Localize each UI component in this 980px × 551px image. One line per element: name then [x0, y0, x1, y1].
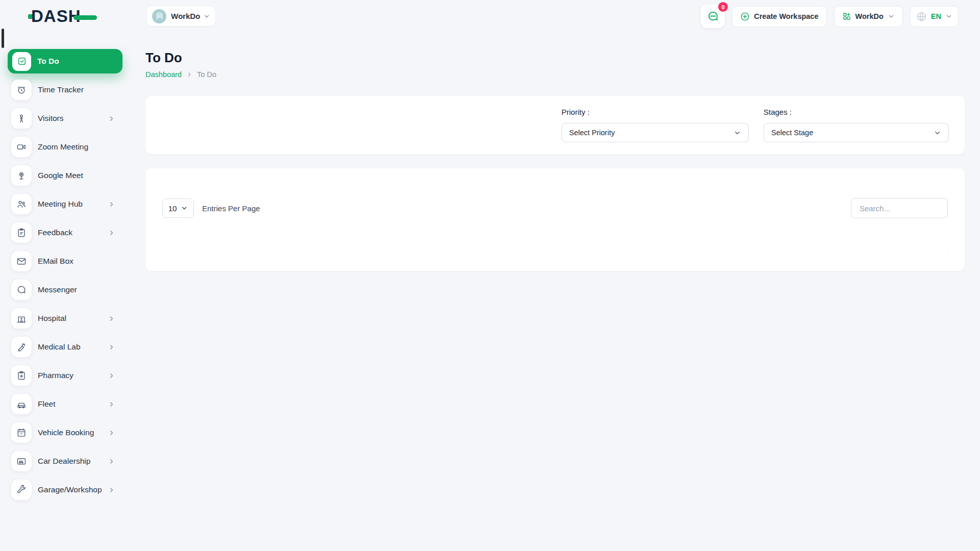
sidebar-icon-box — [11, 422, 32, 443]
sidebar-item-label: Zoom Meeting — [38, 142, 88, 152]
notification-badge: 0 — [718, 2, 728, 12]
garage-workshop-icon — [16, 485, 27, 495]
chevron-down-icon — [945, 13, 952, 20]
sidebar-item-email-box[interactable]: EMail Box — [8, 249, 122, 273]
create-workspace-button[interactable]: Create Workspace — [732, 6, 826, 27]
meeting-hub-icon — [16, 199, 27, 209]
pagination-row — [162, 255, 948, 256]
messenger-icon — [16, 285, 27, 295]
priority-label: Priority : — [561, 108, 749, 116]
stage-select[interactable]: Select Stage — [764, 123, 949, 142]
sidebar-icon-box — [11, 308, 32, 329]
sidebar-item-to-do[interactable]: To Do — [8, 49, 122, 73]
notifications-button[interactable]: 0 — [701, 5, 725, 28]
priority-select-value: Select Priority — [569, 129, 615, 137]
chevron-right-icon — [108, 458, 115, 465]
plus-circle-icon — [740, 12, 750, 21]
sidebar-scrollbar[interactable] — [2, 29, 4, 48]
email-box-icon — [16, 256, 27, 266]
sidebar-item-label: Garage/Workshop — [38, 485, 102, 494]
sidebar-item-label: Vehicle Booking — [38, 428, 94, 437]
chevron-down-icon — [934, 129, 941, 137]
hospital-icon — [16, 313, 27, 323]
sidebar-icon-box — [11, 194, 32, 214]
sidebar-icon-box — [11, 337, 32, 357]
chevron-down-icon — [181, 205, 188, 212]
sidebar-item-label: Fleet — [38, 399, 55, 409]
pharmacy-icon — [16, 370, 27, 381]
chevron-down-icon — [203, 13, 210, 20]
sidebar-icon-box — [11, 80, 32, 100]
entries-per-page-label: Entries Per Page — [202, 204, 260, 213]
sidebar-icon-box — [11, 108, 32, 129]
page-header: To Do Dashboard To Do — [145, 50, 965, 79]
sidebar-item-car-dealership[interactable]: Car Dealership — [8, 449, 122, 473]
sidebar-item-time-tracker[interactable]: Time Tracker — [8, 78, 122, 102]
stages-label: Stages : — [764, 108, 949, 116]
chevron-right-icon — [108, 115, 115, 122]
breadcrumb: Dashboard To Do — [145, 70, 216, 79]
medical-lab-icon — [16, 342, 27, 352]
breadcrumb-current: To Do — [197, 70, 216, 79]
sidebar-icon-box — [11, 280, 32, 300]
sidebar-item-label: Medical Lab — [38, 342, 81, 352]
sidebar-item-garage-workshop[interactable]: Garage/Workshop — [8, 478, 122, 502]
entries-per-page-value: 10 — [168, 204, 177, 213]
page-title: To Do — [145, 50, 216, 66]
sidebar-icon-box — [12, 52, 31, 71]
topbar-actions: 0 Create Workspace WorkDo EN — [701, 5, 959, 28]
sidebar-item-fleet[interactable]: Fleet — [8, 392, 122, 416]
sidebar: To DoTime TrackerVisitorsZoom MeetingGoo… — [0, 33, 125, 551]
create-workspace-label: Create Workspace — [754, 12, 818, 20]
sidebar-item-label: Pharmacy — [38, 371, 74, 380]
sidebar-item-feedback[interactable]: Feedback — [8, 220, 122, 245]
sidebar-item-google-meet[interactable]: Google Meet — [8, 163, 122, 188]
pagination — [947, 255, 948, 256]
todo-icon — [17, 56, 27, 66]
app-switcher-label: WorkDo — [855, 12, 884, 20]
sidebar-item-label: Car Dealership — [38, 457, 90, 466]
app-logo: DASH — [28, 7, 97, 26]
building-icon — [152, 9, 166, 23]
sidebar-item-visitors[interactable]: Visitors — [8, 106, 122, 131]
zoom-meeting-icon — [16, 142, 27, 152]
language-switcher[interactable]: EN — [910, 6, 959, 27]
entries-per-page-select[interactable]: 10 — [162, 198, 194, 218]
workspace-name: WorkDo — [171, 12, 200, 20]
sidebar-item-vehicle-booking[interactable]: Vehicle Booking — [8, 420, 122, 445]
workspace-switcher[interactable]: WorkDo — [146, 6, 216, 27]
sidebar-icon-box — [11, 480, 32, 500]
chevron-right-icon — [108, 486, 115, 494]
sidebar-item-meeting-hub[interactable]: Meeting Hub — [8, 192, 122, 216]
main-content: To Do Dashboard To Do Priority : Select … — [125, 33, 980, 551]
sidebar-item-pharmacy[interactable]: Pharmacy — [8, 363, 122, 388]
sidebar-item-hospital[interactable]: Hospital — [8, 306, 122, 331]
sidebar-icon-box — [11, 222, 32, 243]
fleet-icon — [16, 399, 27, 409]
sidebar-icon-box — [11, 251, 32, 271]
table-toolbar: 10 Entries Per Page — [162, 198, 948, 218]
chevron-right-icon — [108, 229, 115, 237]
sidebar-item-label: Visitors — [38, 114, 64, 123]
chevron-right-icon — [108, 315, 115, 322]
breadcrumb-dashboard-link[interactable]: Dashboard — [145, 70, 182, 79]
sidebar-item-medical-lab[interactable]: Medical Lab — [8, 335, 122, 359]
sidebar-icon-box — [11, 394, 32, 414]
sidebar-item-label: Feedback — [38, 228, 72, 237]
search-input[interactable] — [851, 198, 948, 218]
grid-plus-icon — [842, 12, 851, 21]
sidebar-item-zoom-meeting[interactable]: Zoom Meeting — [8, 135, 122, 159]
sidebar-item-label: Google Meet — [38, 171, 83, 180]
sidebar-icon-box — [11, 137, 32, 157]
chevron-right-icon — [108, 400, 115, 408]
chevron-right-icon — [186, 71, 192, 78]
sidebar-icon-box — [11, 451, 32, 471]
sidebar-item-messenger[interactable]: Messenger — [8, 278, 122, 302]
priority-select[interactable]: Select Priority — [561, 123, 749, 142]
app-switcher-button[interactable]: WorkDo — [834, 6, 903, 27]
sidebar-item-label: EMail Box — [38, 257, 74, 266]
chevron-right-icon — [108, 343, 115, 351]
topbar: DASH WorkDo 0 Create Workspace — [0, 0, 980, 33]
feedback-icon — [16, 228, 27, 238]
visitors-icon — [16, 113, 27, 123]
